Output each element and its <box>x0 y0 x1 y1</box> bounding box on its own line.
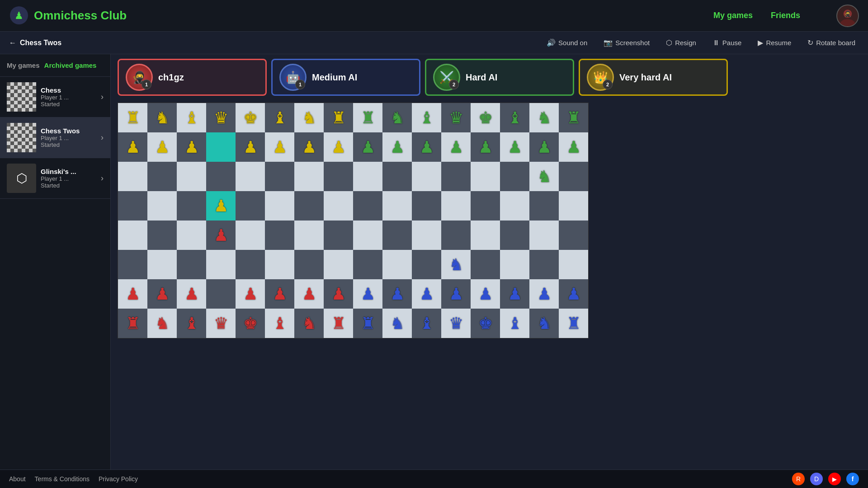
cell-6-6[interactable]: ♟ <box>294 279 324 309</box>
cell-5-10[interactable] <box>412 250 441 279</box>
cell-2-14[interactable]: ♞ <box>529 162 559 191</box>
cell-0-11[interactable]: ♛ <box>441 103 471 132</box>
cell-5-4[interactable] <box>236 250 265 279</box>
cell-2-2[interactable] <box>177 162 206 191</box>
cell-4-2[interactable] <box>177 221 206 250</box>
cell-5-11[interactable]: ♞ <box>441 250 471 279</box>
cell-0-13[interactable]: ♝ <box>500 103 529 132</box>
cell-5-14[interactable] <box>529 250 559 279</box>
cell-4-11[interactable] <box>441 221 471 250</box>
cell-0-12[interactable]: ♚ <box>471 103 500 132</box>
cell-7-1[interactable]: ♞ <box>147 309 177 338</box>
cell-4-0[interactable] <box>118 221 147 250</box>
cell-1-10[interactable]: ♟ <box>412 132 441 162</box>
cell-5-9[interactable] <box>382 250 412 279</box>
cell-4-6[interactable] <box>294 221 324 250</box>
cell-4-14[interactable] <box>529 221 559 250</box>
cell-2-12[interactable] <box>471 162 500 191</box>
pause-button[interactable]: ⏸ Pause <box>709 37 745 49</box>
cell-2-0[interactable] <box>118 162 147 191</box>
sound-button[interactable]: 🔊 Sound on <box>543 37 591 49</box>
cell-3-8[interactable] <box>353 191 382 221</box>
cell-3-4[interactable] <box>236 191 265 221</box>
cell-7-8[interactable]: ♜ <box>353 309 382 338</box>
cell-1-14[interactable]: ♟ <box>529 132 559 162</box>
cell-0-4[interactable]: ♚ <box>236 103 265 132</box>
cell-3-11[interactable] <box>441 191 471 221</box>
cell-3-3[interactable]: ♟ <box>206 191 236 221</box>
cell-3-15[interactable] <box>559 191 588 221</box>
cell-1-9[interactable]: ♟ <box>382 132 412 162</box>
cell-7-9[interactable]: ♞ <box>382 309 412 338</box>
footer-privacy[interactable]: Privacy Policy <box>99 475 138 483</box>
cell-2-1[interactable] <box>147 162 177 191</box>
cell-4-5[interactable] <box>265 221 294 250</box>
cell-7-13[interactable]: ♝ <box>500 309 529 338</box>
cell-5-6[interactable] <box>294 250 324 279</box>
cell-7-2[interactable]: ♝ <box>177 309 206 338</box>
cell-1-12[interactable]: ♟ <box>471 132 500 162</box>
cell-4-1[interactable] <box>147 221 177 250</box>
back-button[interactable]: ← Chess Twos <box>9 39 61 47</box>
cell-7-3[interactable]: ♛ <box>206 309 236 338</box>
cell-6-1[interactable]: ♟ <box>147 279 177 309</box>
cell-2-15[interactable] <box>559 162 588 191</box>
cell-6-0[interactable]: ♟ <box>118 279 147 309</box>
cell-6-2[interactable]: ♟ <box>177 279 206 309</box>
cell-6-9[interactable]: ♟ <box>382 279 412 309</box>
cell-0-5[interactable]: ♝ <box>265 103 294 132</box>
cell-0-3[interactable]: ♛ <box>206 103 236 132</box>
cell-1-15[interactable]: ♟ <box>559 132 588 162</box>
cell-6-10[interactable]: ♟ <box>412 279 441 309</box>
cell-3-9[interactable] <box>382 191 412 221</box>
resume-button[interactable]: ▶ Resume <box>754 37 795 49</box>
cell-1-8[interactable]: ♟ <box>353 132 382 162</box>
rotate-button[interactable]: ↻ Rotate board <box>804 37 859 49</box>
cell-1-4[interactable]: ♟ <box>236 132 265 162</box>
cell-2-10[interactable] <box>412 162 441 191</box>
cell-6-12[interactable]: ♟ <box>471 279 500 309</box>
cell-4-10[interactable] <box>412 221 441 250</box>
cell-1-1[interactable]: ♟ <box>147 132 177 162</box>
cell-2-4[interactable] <box>236 162 265 191</box>
cell-6-15[interactable]: ♟ <box>559 279 588 309</box>
cell-5-5[interactable] <box>265 250 294 279</box>
cell-4-7[interactable] <box>324 221 353 250</box>
screenshot-button[interactable]: 📷 Screenshot <box>600 37 653 49</box>
sidebar-item-chess-twos[interactable]: Chess Twos Player 1 ... Started › <box>0 117 110 158</box>
cell-1-6[interactable]: ♟ <box>294 132 324 162</box>
cell-6-14[interactable]: ♟ <box>529 279 559 309</box>
cell-0-6[interactable]: ♞ <box>294 103 324 132</box>
cell-3-6[interactable] <box>294 191 324 221</box>
cell-5-15[interactable] <box>559 250 588 279</box>
cell-2-6[interactable] <box>294 162 324 191</box>
friends-nav[interactable]: Friends <box>771 11 800 20</box>
cell-3-14[interactable] <box>529 191 559 221</box>
cell-2-11[interactable] <box>441 162 471 191</box>
cell-7-15[interactable]: ♜ <box>559 309 588 338</box>
cell-2-9[interactable] <box>382 162 412 191</box>
cell-6-11[interactable]: ♟ <box>441 279 471 309</box>
cell-6-13[interactable]: ♟ <box>500 279 529 309</box>
cell-5-7[interactable] <box>324 250 353 279</box>
sidebar-tab-mygames[interactable]: My games <box>7 60 40 71</box>
user-avatar[interactable]: 🥷 <box>836 5 859 27</box>
chess-board[interactable]: ♜♞♝♛♚♝♞♜♜♞♝♛♚♝♞♜♟♟♟♟♟♟♟♟♟♟♟♟♟♟♟♞♟♟♞♟♟♟♟♟… <box>118 103 589 338</box>
cell-7-6[interactable]: ♞ <box>294 309 324 338</box>
cell-1-0[interactable]: ♟ <box>118 132 147 162</box>
cell-7-14[interactable]: ♞ <box>529 309 559 338</box>
cell-1-13[interactable]: ♟ <box>500 132 529 162</box>
cell-2-7[interactable] <box>324 162 353 191</box>
cell-0-2[interactable]: ♝ <box>177 103 206 132</box>
cell-4-9[interactable] <box>382 221 412 250</box>
cell-1-5[interactable]: ♟ <box>265 132 294 162</box>
cell-7-0[interactable]: ♜ <box>118 309 147 338</box>
cell-5-3[interactable] <box>206 250 236 279</box>
cell-6-3[interactable] <box>206 279 236 309</box>
cell-3-12[interactable] <box>471 191 500 221</box>
cell-6-5[interactable]: ♟ <box>265 279 294 309</box>
cell-4-8[interactable] <box>353 221 382 250</box>
cell-4-15[interactable] <box>559 221 588 250</box>
discord-icon[interactable]: D <box>810 473 823 485</box>
cell-1-11[interactable]: ♟ <box>441 132 471 162</box>
